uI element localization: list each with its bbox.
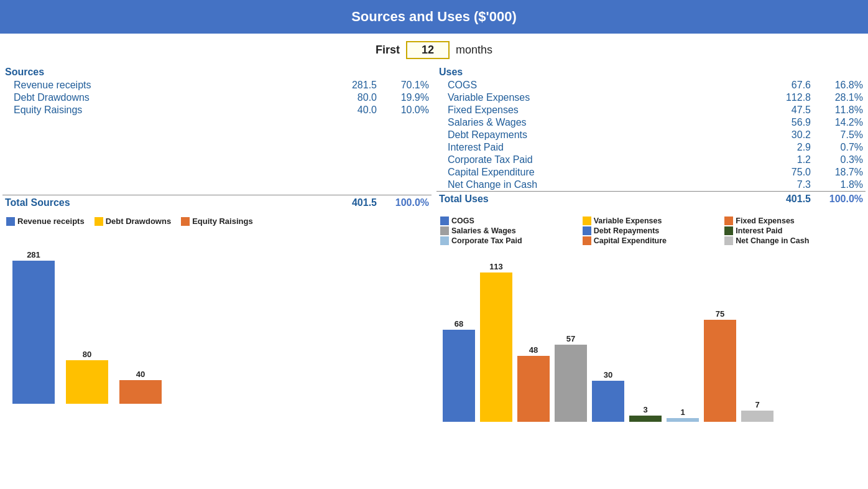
- bar-group-capex: 75: [704, 309, 736, 422]
- row-label: Net Change in Cash: [448, 179, 760, 190]
- row-value: 75.0: [760, 167, 816, 178]
- row-label: Capital Expenditure: [448, 167, 760, 178]
- bar-capex: [704, 320, 736, 422]
- row-pct: 1.8%: [816, 179, 866, 190]
- page-header: Sources and Uses ($'000): [0, 0, 868, 34]
- row-pct: 28.1%: [816, 92, 866, 103]
- row-label: Variable Expenses: [448, 92, 760, 103]
- legend-item-capex: Capital Expenditure: [583, 236, 720, 245]
- bar-debtrepay: [592, 381, 624, 422]
- bar-group-salwages: 57: [555, 334, 587, 422]
- legend-item-varexp: Variable Expenses: [583, 217, 720, 225]
- legend-item-debtrepay: Debt Repayments: [583, 226, 720, 235]
- total-value: 401.5: [326, 197, 382, 208]
- legend-item-fixexp: Fixed Expenses: [724, 217, 862, 225]
- row-value: 30.2: [760, 129, 816, 141]
- row-pct: 18.7%: [816, 167, 866, 178]
- table-row: Net Change in Cash 7.3 1.8%: [436, 179, 866, 191]
- legend-color-revenue: [6, 217, 15, 226]
- sources-total-row: Total Sources 401.5 100.0%: [2, 195, 432, 210]
- bar-label: 1: [680, 408, 685, 417]
- table-row: Salaries & Wages 56.9 14.2%: [436, 116, 866, 129]
- sources-bar-chart: 281 80 40: [6, 230, 428, 404]
- table-row: Capital Expenditure 75.0 18.7%: [436, 166, 866, 179]
- data-table: Sources Revenue receipts 281.5 70.1% Deb…: [0, 64, 868, 210]
- row-value: 56.9: [760, 117, 816, 128]
- legend-label-capex: Capital Expenditure: [594, 236, 667, 245]
- legend-color-netcash: [724, 236, 733, 245]
- row-value: 67.6: [760, 80, 816, 91]
- bar-label: 68: [455, 319, 463, 328]
- row-value: 80.0: [326, 92, 382, 103]
- bar-intpaid: [629, 416, 662, 422]
- months-input[interactable]: [406, 41, 450, 59]
- total-label: Total Sources: [5, 197, 326, 208]
- bar-equity: [119, 380, 162, 404]
- legend-color-equity: [181, 217, 190, 226]
- legend-color-cogs: [440, 217, 449, 225]
- bar-varexp: [480, 272, 512, 422]
- legend-item-salwages: Salaries & Wages: [440, 226, 578, 235]
- row-value: 40.0: [326, 105, 382, 116]
- row-pct: 11.8%: [816, 105, 866, 116]
- row-pct: 14.2%: [816, 117, 866, 128]
- table-row: Interest Paid 2.9 0.7%: [436, 141, 866, 154]
- row-label: Debt Repayments: [448, 129, 760, 141]
- row-pct: 19.9%: [382, 92, 432, 103]
- bar-label: 80: [83, 350, 91, 359]
- row-label: Debt Drawdowns: [14, 92, 326, 103]
- row-pct: 7.5%: [816, 129, 866, 141]
- bar-group-fixexp: 48: [517, 345, 550, 422]
- table-row: Corporate Tax Paid 1.2 0.3%: [436, 154, 866, 166]
- legend-label-debt: Debt Drawdowns: [106, 217, 171, 226]
- page-title: Sources and Uses ($'000): [351, 9, 517, 24]
- legend-color-capex: [583, 236, 591, 245]
- total-value: 401.5: [760, 193, 816, 205]
- uses-chart: COGS Variable Expenses Fixed Expenses Sa…: [434, 217, 868, 422]
- bar-corptax: [667, 418, 699, 422]
- row-value: 112.8: [760, 92, 816, 103]
- uses-bar-chart: 68 113 48 57 30: [440, 248, 862, 422]
- legend-color-varexp: [583, 217, 591, 225]
- legend-label-fixexp: Fixed Expenses: [736, 217, 795, 225]
- charts-area: Revenue receipts Debt Drawdowns Equity R…: [0, 210, 868, 422]
- legend-label-salwages: Salaries & Wages: [451, 226, 516, 235]
- sources-header: Sources: [2, 64, 432, 79]
- uses-legend: COGS Variable Expenses Fixed Expenses Sa…: [440, 217, 862, 245]
- first-label: First: [376, 44, 400, 57]
- row-pct: 0.7%: [816, 142, 866, 153]
- legend-item-netcash: Net Change in Cash: [724, 236, 862, 245]
- table-row: Revenue receipts 281.5 70.1%: [2, 79, 432, 91]
- table-row: Equity Raisings 40.0 10.0%: [2, 104, 432, 116]
- legend-label-revenue: Revenue receipts: [17, 217, 85, 226]
- bar-group-debt: 80: [66, 350, 108, 404]
- bar-group-netcash: 7: [741, 400, 773, 422]
- row-value: 2.9: [760, 142, 816, 153]
- row-label: Fixed Expenses: [448, 105, 760, 116]
- bar-label: 48: [529, 345, 538, 355]
- sources-legend: Revenue receipts Debt Drawdowns Equity R…: [6, 217, 428, 226]
- table-row: Debt Drawdowns 80.0 19.9%: [2, 91, 432, 104]
- table-row: Fixed Expenses 47.5 11.8%: [436, 104, 866, 116]
- legend-color-salwages: [440, 226, 449, 235]
- legend-item-intpaid: Interest Paid: [724, 226, 862, 235]
- bar-debt: [66, 360, 108, 404]
- uses-total-row: Total Uses 401.5 100.0%: [436, 191, 866, 207]
- row-label: Interest Paid: [448, 142, 760, 153]
- row-label: Corporate Tax Paid: [448, 154, 760, 165]
- bar-group-intpaid: 3: [629, 405, 662, 422]
- row-value: 7.3: [760, 179, 816, 190]
- legend-color-debt: [95, 217, 103, 226]
- legend-item-revenue: Revenue receipts: [6, 217, 85, 226]
- total-pct: 100.0%: [816, 193, 866, 205]
- row-pct: 0.3%: [816, 154, 866, 165]
- bar-group-varexp: 113: [480, 262, 512, 422]
- sources-chart: Revenue receipts Debt Drawdowns Equity R…: [0, 217, 434, 422]
- bar-label: 30: [604, 370, 612, 380]
- legend-item-debt: Debt Drawdowns: [95, 217, 171, 226]
- legend-color-debtrepay: [583, 226, 591, 235]
- row-label: Revenue receipts: [14, 80, 326, 91]
- row-pct: 10.0%: [382, 105, 432, 116]
- bar-label: 113: [489, 262, 503, 271]
- table-row: Debt Repayments 30.2 7.5%: [436, 129, 866, 141]
